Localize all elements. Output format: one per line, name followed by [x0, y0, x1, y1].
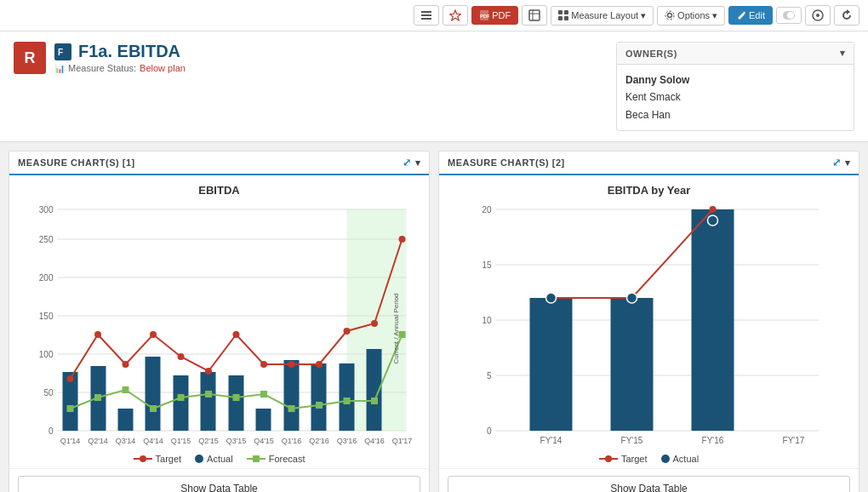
bar-actual-11	[340, 363, 355, 431]
legend-target-2: Target	[599, 454, 648, 464]
svg-text:Q2'14: Q2'14	[88, 437, 108, 445]
legend-actual-dot-2	[661, 455, 670, 463]
svg-text:Q3'15: Q3'15	[226, 437, 247, 445]
pencil-icon	[736, 10, 746, 20]
svg-text:100: 100	[39, 350, 54, 359]
status-value: Below plan	[140, 63, 186, 73]
svg-rect-55	[288, 405, 295, 412]
svg-point-45	[371, 320, 378, 327]
chart-2-expand-icon[interactable]: ⤢	[832, 157, 842, 169]
owner-collapse-icon[interactable]: ▾	[840, 48, 846, 59]
svg-rect-9	[558, 10, 562, 14]
bar-actual-4	[146, 357, 161, 431]
svg-text:5: 5	[487, 371, 492, 380]
toggle-button[interactable]	[776, 7, 802, 24]
toggle-icon	[783, 11, 795, 20]
svg-text:Q1'14: Q1'14	[60, 437, 81, 445]
svg-text:Q4'14: Q4'14	[143, 437, 163, 445]
owner-1: Danny Solow	[625, 72, 845, 89]
svg-rect-56	[316, 402, 323, 409]
svg-marker-3	[450, 10, 461, 20]
svg-text:FY'14: FY'14	[540, 436, 562, 445]
star-button[interactable]	[443, 5, 468, 26]
table-button[interactable]	[522, 5, 547, 26]
bar-actual-3	[118, 409, 134, 431]
pdf-button[interactable]: PDF PDF	[471, 6, 518, 25]
bar-actual-5	[174, 375, 189, 431]
options-button[interactable]: Options ▾	[657, 6, 725, 26]
legend-forecast-1: Forecast	[247, 454, 306, 464]
svg-text:0: 0	[49, 426, 54, 436]
legend-actual-dot-1	[195, 455, 203, 463]
svg-rect-54	[260, 391, 267, 398]
owner-body: Danny Solow Kent Smack Beca Han	[617, 65, 854, 130]
refresh-button[interactable]	[834, 5, 859, 26]
chart-2-title: EBITDA by Year	[448, 184, 850, 197]
legend-forecast-icon-1	[247, 454, 266, 464]
chart-panel-2: MEASURE CHART(S) [2] ⤢ ▾ EBITDA by Year	[438, 151, 859, 492]
svg-point-41	[260, 361, 267, 368]
header-title-area: F F1a. EBITDA 📊 Measure Status: Below pl…	[54, 42, 616, 73]
show-data-table-2-button[interactable]: Show Data Table	[448, 476, 850, 492]
svg-rect-47	[67, 405, 74, 412]
toolbar: PDF PDF Measure Layout ▾ Options ▾	[0, 0, 868, 31]
list-button[interactable]	[414, 5, 439, 26]
svg-rect-52	[205, 391, 212, 398]
svg-point-39	[205, 368, 212, 375]
legend-target-icon-1	[134, 454, 152, 464]
svg-text:Q3'16: Q3'16	[337, 437, 357, 445]
table-icon	[528, 9, 540, 21]
gear-icon	[665, 10, 675, 20]
svg-rect-58	[371, 398, 378, 404]
svg-rect-0	[421, 11, 431, 13]
chart-2-collapse-icon[interactable]: ▾	[845, 157, 851, 169]
edit-button[interactable]: Edit	[728, 6, 773, 25]
chart-2-icons: ⤢ ▾	[832, 157, 850, 169]
settings-button[interactable]	[805, 5, 831, 26]
bar-fy16	[692, 209, 734, 431]
svg-text:Q1'17: Q1'17	[392, 437, 413, 445]
svg-text:Q1'15: Q1'15	[171, 437, 191, 445]
svg-text:PDF: PDF	[480, 14, 489, 19]
svg-point-36	[123, 361, 129, 368]
svg-rect-49	[123, 386, 129, 393]
svg-rect-6	[529, 10, 540, 20]
chart-2-body: EBITDA by Year 0 5 10 15 20	[439, 175, 859, 468]
svg-point-44	[344, 328, 351, 335]
measure-icon-box: F	[54, 43, 71, 60]
chart-1-svg: 0 50 100 150 200 250 300	[18, 201, 420, 448]
bar-actual-6	[201, 372, 216, 431]
show-data-table-1-button[interactable]: Show Data Table	[18, 476, 420, 492]
svg-point-16	[787, 12, 794, 19]
legend-target-icon-2	[599, 454, 618, 464]
measure-layout-button[interactable]: Measure Layout ▾	[551, 6, 654, 26]
svg-text:15: 15	[482, 260, 492, 270]
svg-rect-53	[233, 394, 240, 401]
svg-point-13	[668, 14, 672, 18]
dot-actual-fy15	[627, 293, 637, 303]
refresh-icon	[841, 9, 853, 21]
svg-text:Q3'14: Q3'14	[116, 437, 136, 445]
svg-text:FY'16: FY'16	[702, 436, 724, 445]
bar-fy15	[611, 298, 654, 431]
chart-1-body: EBITDA 0 50 100 1	[9, 175, 429, 468]
chart-1-expand-icon[interactable]: ⤢	[403, 157, 412, 169]
svg-rect-57	[344, 398, 351, 404]
svg-point-34	[67, 375, 74, 382]
svg-text:0: 0	[487, 426, 492, 436]
chart-2-footer: Show Data Table	[439, 468, 859, 492]
chart-2-target-line	[551, 209, 713, 298]
owner-2: Kent Smack	[625, 89, 845, 106]
legend-actual-1: Actual	[195, 454, 233, 464]
svg-point-43	[316, 361, 323, 368]
owner-3: Beca Han	[625, 106, 845, 123]
svg-point-90	[710, 206, 717, 213]
svg-text:FY'17: FY'17	[783, 436, 805, 445]
bar-actual-8	[256, 409, 271, 431]
owner-header: OWNER(S) ▾	[617, 43, 854, 65]
bar-actual-7	[229, 375, 244, 431]
chart-1-collapse-icon[interactable]: ▾	[415, 157, 421, 169]
svg-text:250: 250	[39, 235, 54, 244]
list-icon	[420, 9, 432, 21]
svg-text:Q4'15: Q4'15	[254, 437, 274, 445]
